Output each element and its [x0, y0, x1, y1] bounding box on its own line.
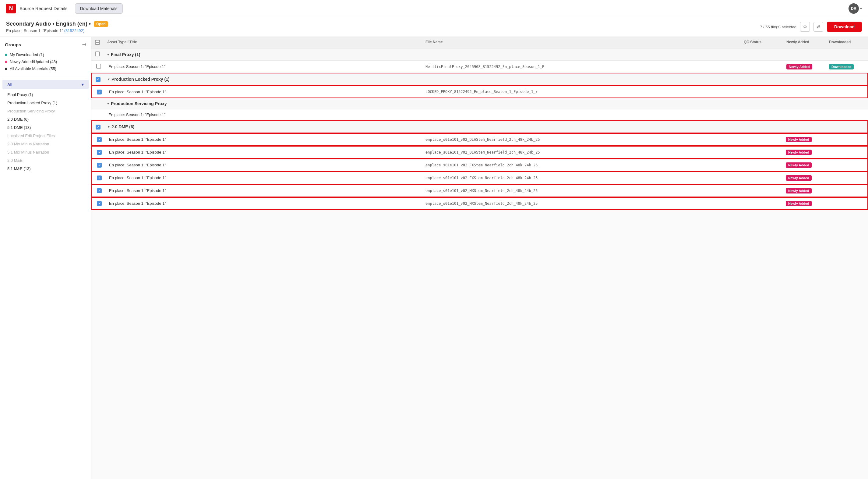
sidebar-item-newly-added[interactable]: Newly Added/Updated (48) — [0, 58, 91, 65]
group-name-cell: ▾ Final Proxy (1) — [103, 52, 422, 57]
final-proxy-row1-checkbox[interactable] — [96, 64, 101, 68]
row-title: En place: Season 1: "Episode 1" — [104, 201, 422, 206]
sub-header-subtitle: En place: Season 1: "Episode 1" (8152249… — [6, 28, 108, 33]
col-checkbox[interactable] — [91, 40, 103, 45]
sidebar-sub-item-2-0-me[interactable]: 2.0 M&E — [0, 156, 91, 164]
row-filename: enplace_s01e101_v02_DIAStem_Nearfield_2c… — [422, 150, 740, 154]
table-row: En place: Season 1: "Episode 1" — [91, 110, 868, 120]
dme-row2-checkbox[interactable] — [97, 150, 102, 155]
col-file-name: File Name — [422, 40, 740, 45]
sidebar-item-all-available[interactable]: All Available Materials (55) — [0, 65, 91, 72]
final-proxy-chevron[interactable]: ▾ — [107, 52, 109, 57]
col-newly-added: Newly Added — [783, 40, 825, 45]
row-newly-added-badge: Newly Added — [782, 188, 825, 193]
sub-header-right: 7 / 55 file(s) selected ⚙ ↺ Download — [760, 22, 862, 32]
production-locked-chevron[interactable]: ▾ — [108, 77, 110, 81]
sub-header-title: Secondary Audio • English (en) • Open — [6, 21, 108, 27]
row-checkbox-cell[interactable] — [92, 150, 104, 155]
row-newly-added-badge: Newly Added — [782, 137, 825, 142]
content-area: Asset Type / Title File Name QC Status N… — [91, 37, 868, 479]
row-filename: enplace_s01e101_v02_DIAStem_Nearfield_2c… — [422, 138, 740, 142]
dme-row4-checkbox[interactable] — [97, 176, 102, 180]
row-filename: LOCKED_PROXY_81522492_En_place_Season_1_… — [422, 90, 740, 94]
download-materials-button[interactable]: Download Materials — [75, 3, 123, 14]
row-checkbox-cell[interactable] — [92, 89, 104, 95]
row-checkbox-cell[interactable] — [92, 137, 104, 142]
row-newly-added-badge: Newly Added — [782, 175, 825, 181]
row-checkbox-cell[interactable] — [91, 64, 103, 69]
newly-added-label: Newly Added/Updated (48) — [10, 59, 57, 64]
row-downloaded-badge: Downloaded — [825, 64, 868, 69]
files-selected-count: 7 / 55 file(s) selected — [760, 25, 797, 29]
sub-header-left: Secondary Audio • English (en) • Open En… — [6, 21, 108, 33]
sidebar-collapse-icon[interactable]: ⊣ — [82, 42, 86, 48]
sidebar-all-chevron[interactable]: ▾ — [82, 82, 84, 87]
dme-row5-checkbox[interactable] — [97, 188, 102, 193]
download-button[interactable]: Download — [827, 22, 862, 32]
dme-row6-checkbox[interactable] — [97, 201, 102, 206]
row-title: En place: Season 1: "Episode 1" — [103, 113, 422, 117]
avatar-dropdown-icon[interactable]: ▾ — [860, 6, 862, 11]
group-checkbox-cell[interactable] — [92, 124, 104, 129]
sidebar-header: Groups ⊣ — [0, 42, 91, 51]
row-newly-added-badge: Newly Added — [783, 64, 825, 69]
all-available-label: All Available Materials (55) — [10, 66, 56, 71]
col-asset-type-title: Asset Type / Title — [103, 40, 422, 45]
row-filename: enplace_s01e101_v02_MXStem_Nearfield_2ch… — [422, 189, 740, 193]
filter-icon[interactable]: ⚙ — [800, 22, 810, 32]
sidebar-sub-item-5-1-mix-minus[interactable]: 5.1 Mix Minus Narration — [0, 148, 91, 156]
2-0-dme-checkbox[interactable] — [96, 125, 100, 129]
table-row: En place: Season 1: "Episode 1" enplace_… — [91, 172, 868, 184]
nav-title: Source Request Details — [20, 6, 68, 11]
production-servicing-chevron[interactable]: ▾ — [107, 101, 109, 106]
group-production-locked-proxy: ▾ Production Locked Proxy (1) — [91, 73, 868, 86]
sidebar-sub-item-production-locked-proxy[interactable]: Production Locked Proxy (1) — [0, 99, 91, 107]
sidebar: Groups ⊣ My Downloaded (1) Newly Added/U… — [0, 37, 91, 479]
group-checkbox-cell[interactable] — [91, 52, 103, 57]
production-locked-row1-checkbox[interactable] — [97, 90, 102, 94]
dme-row1-checkbox[interactable] — [97, 137, 102, 142]
refresh-icon[interactable]: ↺ — [813, 22, 823, 32]
sidebar-all-label: All — [7, 82, 12, 87]
newly-added-dot — [5, 61, 7, 63]
group-checkbox-cell[interactable] — [92, 77, 104, 82]
sidebar-item-all[interactable]: All ▾ — [2, 80, 89, 89]
row-newly-added-badge: Newly Added — [782, 201, 825, 206]
2-0-dme-chevron[interactable]: ▾ — [108, 125, 110, 129]
group-2-0-dme: ▾ 2.0 DME (6) — [91, 120, 868, 133]
sidebar-sub-item-2-0-mix-minus[interactable]: 2.0 Mix Minus Narration — [0, 140, 91, 148]
group-name-cell: ▾ Production Locked Proxy (1) — [104, 77, 422, 82]
row-title: En place: Season 1: "Episode 1" — [104, 90, 422, 94]
row-checkbox-cell[interactable] — [92, 162, 104, 168]
final-proxy-checkbox[interactable] — [95, 52, 100, 56]
main-layout: Groups ⊣ My Downloaded (1) Newly Added/U… — [0, 37, 868, 479]
table-row: En place: Season 1: "Episode 1" enplace_… — [91, 146, 868, 159]
row-checkbox-cell[interactable] — [92, 188, 104, 193]
sidebar-sub-item-5-1-dme[interactable]: 5.1 DME (18) — [0, 123, 91, 132]
row-newly-added-badge: Newly Added — [782, 162, 825, 168]
row-title: En place: Season 1: "Episode 1" — [104, 137, 422, 142]
sidebar-sub-item-2-0-dme[interactable]: 2.0 DME (6) — [0, 115, 91, 123]
subtitle-prefix: En place: Season 1: "Episode 1" — [6, 28, 63, 33]
sidebar-item-my-downloaded[interactable]: My Downloaded (1) — [0, 51, 91, 58]
sidebar-sub-item-localized-edit[interactable]: Localized Edit Project Files — [0, 132, 91, 140]
sidebar-sub-item-final-proxy[interactable]: Final Proxy (1) — [0, 90, 91, 99]
row-title: En place: Season 1: "Episode 1" — [104, 163, 422, 167]
row-title: En place: Season 1: "Episode 1" — [104, 188, 422, 193]
production-locked-group-label: Production Locked Proxy (1) — [112, 77, 169, 82]
my-downloaded-label: My Downloaded (1) — [10, 52, 44, 57]
production-locked-checkbox[interactable] — [96, 77, 100, 82]
sidebar-groups-label: Groups — [5, 42, 21, 47]
all-available-dot — [5, 68, 7, 70]
table-row: En place: Season 1: "Episode 1" LOCKED_P… — [91, 86, 868, 98]
row-checkbox-cell[interactable] — [92, 201, 104, 206]
dme-row3-checkbox[interactable] — [97, 163, 102, 168]
production-servicing-group-label: Production Servicing Proxy — [111, 101, 167, 106]
sidebar-sub-item-production-servicing-proxy[interactable]: Production Servicing Proxy — [0, 107, 91, 115]
episode-link[interactable]: (81522492) — [64, 28, 85, 33]
sidebar-sub-item-5-1-me[interactable]: 5.1 M&E (13) — [0, 164, 91, 173]
group-name-cell: ▾ 2.0 DME (6) — [104, 124, 422, 129]
row-checkbox-cell[interactable] — [92, 175, 104, 181]
avatar[interactable]: DR — [848, 3, 859, 14]
select-all-checkbox[interactable] — [95, 40, 100, 45]
